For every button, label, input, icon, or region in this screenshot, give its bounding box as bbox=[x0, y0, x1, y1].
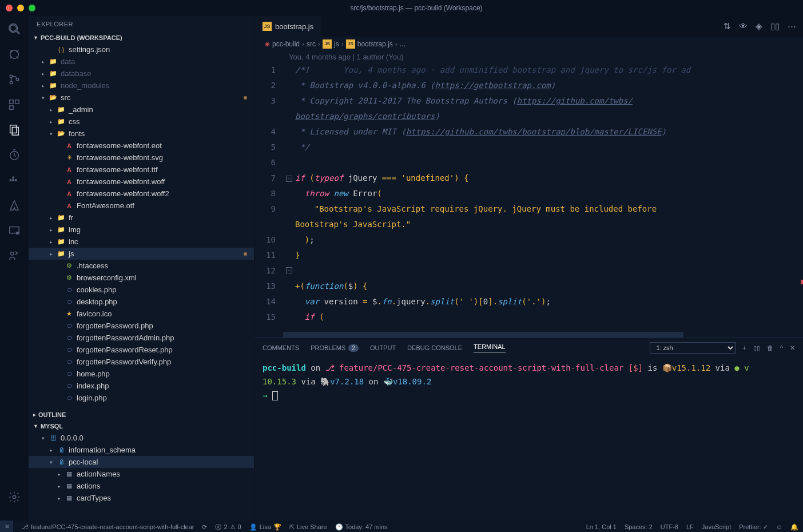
tree-item-database[interactable]: ▸📁database bbox=[29, 68, 254, 80]
status-bar: ⪤ ⎇ feature/PCC-475-create-reset-account… bbox=[0, 521, 803, 532]
tree-item[interactable]: ✳fontawesome-webfont.svg bbox=[29, 152, 254, 164]
close-panel-icon[interactable]: ✕ bbox=[790, 344, 795, 352]
tree-item[interactable]: Afontawesome-webfont.eot bbox=[29, 140, 254, 152]
tab-output[interactable]: OUTPUT bbox=[370, 344, 396, 351]
git-branch-status[interactable]: ⎇ feature/PCC-475-create-reset-account-s… bbox=[21, 523, 194, 531]
tree-item-inc[interactable]: ▸📁inc bbox=[29, 236, 254, 248]
timer-icon[interactable] bbox=[7, 148, 22, 162]
remote-button[interactable]: ⪤ bbox=[0, 521, 13, 532]
tree-item[interactable]: Afontawesome-webfont.ttf bbox=[29, 164, 254, 176]
window-title: src/js/bootstrap.js — pcc-build (Workspa… bbox=[35, 4, 797, 12]
bell-icon[interactable]: 🔔 bbox=[790, 523, 798, 531]
fold-icon[interactable]: − bbox=[286, 176, 292, 182]
tree-item-css[interactable]: ▸📁css bbox=[29, 116, 254, 128]
tree-item[interactable]: ⬭forgottenPasswordReset.php bbox=[29, 344, 254, 356]
split-icon[interactable]: ▯▯ bbox=[770, 21, 780, 31]
tree-item[interactable]: ⬭login.php bbox=[29, 392, 254, 404]
errors-status[interactable]: ⓧ 2 ⚠ 0 bbox=[215, 523, 241, 531]
tree-item-node-modules[interactable]: ▸📁node_modules bbox=[29, 80, 254, 92]
code-content[interactable]: /*! You, 4 months ago · add unminified b… bbox=[295, 62, 796, 332]
tree-item[interactable]: ▸🛢information_schema bbox=[29, 444, 254, 456]
activity-bar bbox=[0, 16, 29, 521]
eol-status[interactable]: LF bbox=[686, 523, 694, 530]
horizontal-scrollbar[interactable] bbox=[255, 332, 803, 338]
minimize-window-button[interactable] bbox=[17, 5, 24, 11]
explorer-icon[interactable] bbox=[7, 122, 22, 137]
tree-item[interactable]: ⬭home.php bbox=[29, 368, 254, 380]
maximize-panel-icon[interactable]: ^ bbox=[780, 344, 783, 351]
tab-debug-console[interactable]: DEBUG CONSOLE bbox=[407, 344, 462, 351]
encoding-status[interactable]: UTF-8 bbox=[661, 523, 678, 530]
tree-item[interactable]: ▸▦cardTypes bbox=[29, 492, 254, 504]
tree-item-db-host[interactable]: ▾🗄0.0.0.0 bbox=[29, 432, 254, 444]
tree-item[interactable]: AFontAwesome.otf bbox=[29, 200, 254, 212]
breadcrumbs[interactable]: ◉ pcc-build› src› JS js› JS bootstrap.js… bbox=[255, 37, 803, 51]
tab-bootstrap-js[interactable]: JS bootstrap.js bbox=[255, 16, 322, 37]
tree-item-src[interactable]: ▾📂src bbox=[29, 92, 254, 104]
azure-icon[interactable] bbox=[7, 198, 22, 213]
debug-icon[interactable] bbox=[7, 47, 22, 62]
liveshare-icon[interactable] bbox=[7, 248, 22, 263]
tree-item[interactable]: Afontawesome-webfont.woff2 bbox=[29, 188, 254, 200]
wakatime-status[interactable]: 🕐 Today: 47 mins bbox=[335, 523, 388, 531]
tree-item[interactable]: ⬭forgottenPasswordVerify.php bbox=[29, 356, 254, 368]
tree-item-img[interactable]: ▸📁img bbox=[29, 224, 254, 236]
docker-icon[interactable] bbox=[7, 173, 22, 188]
language-status[interactable]: JavaScript bbox=[702, 523, 731, 530]
trash-icon[interactable]: 🗑 bbox=[767, 344, 773, 351]
sync-icon[interactable]: ⟳ bbox=[202, 523, 207, 531]
tree-item-settings[interactable]: {·}settings.json bbox=[29, 43, 254, 55]
diff-icon[interactable]: ◈ bbox=[756, 21, 762, 31]
git-blame-lens[interactable]: You, 4 months ago | 1 author (You) bbox=[255, 51, 803, 62]
git-icon[interactable] bbox=[7, 72, 22, 87]
svg-point-17 bbox=[13, 495, 16, 499]
search-icon[interactable] bbox=[7, 22, 22, 37]
new-terminal-icon[interactable]: + bbox=[742, 344, 746, 351]
tree-item-admin[interactable]: ▸📁_admin bbox=[29, 104, 254, 116]
tree-item[interactable]: ⚙browserconfig.xml bbox=[29, 272, 254, 284]
tree-item[interactable]: ▸▦actions bbox=[29, 480, 254, 492]
tab-problems[interactable]: PROBLEMS2 bbox=[311, 344, 359, 352]
prettier-status[interactable]: Prettier: ✓ bbox=[739, 523, 768, 531]
modified-dot-icon bbox=[244, 96, 247, 100]
mysql-header[interactable]: ▼MYSQL bbox=[29, 420, 254, 432]
minimap[interactable] bbox=[796, 62, 803, 332]
more-icon[interactable]: ⋯ bbox=[788, 21, 796, 31]
tree-item[interactable]: ⬭cookies.php bbox=[29, 284, 254, 296]
code-editor[interactable]: 123456789101112131415 − − /*! You, 4 mon… bbox=[255, 62, 803, 332]
gitlens-user[interactable]: 👤 Lisa 🏆 bbox=[249, 523, 281, 531]
tree-item-js[interactable]: ▸📁js bbox=[29, 248, 254, 260]
terminal[interactable]: pcc-build on ⎇ feature/PCC-475-create-re… bbox=[255, 358, 803, 521]
split-terminal-icon[interactable]: ▯▯ bbox=[753, 344, 760, 352]
compare-icon[interactable]: ⇅ bbox=[724, 21, 731, 31]
svg-rect-6 bbox=[10, 106, 13, 109]
fold-icon[interactable]: − bbox=[286, 267, 292, 273]
tree-item[interactable]: ⬭forgottenPassword.php bbox=[29, 320, 254, 332]
tree-item[interactable]: ⚙.htaccess bbox=[29, 260, 254, 272]
tree-item[interactable]: ⬭forgottenPasswordAdmin.php bbox=[29, 332, 254, 344]
extensions-icon[interactable] bbox=[7, 97, 22, 112]
tab-terminal[interactable]: TERMINAL bbox=[474, 343, 506, 352]
tree-item-fonts[interactable]: ▾📂fonts bbox=[29, 128, 254, 140]
tree-item[interactable]: ⬭desktop.php bbox=[29, 296, 254, 308]
outline-header[interactable]: ▸OUTLINE bbox=[29, 409, 254, 420]
tree-item[interactable]: ⬭index.php bbox=[29, 380, 254, 392]
close-window-button[interactable] bbox=[6, 5, 13, 11]
tab-comments[interactable]: COMMENTS bbox=[263, 344, 299, 351]
tree-item[interactable]: Afontawesome-webfont.woff bbox=[29, 176, 254, 188]
feedback-icon[interactable]: ☺ bbox=[776, 523, 782, 530]
liveshare-status[interactable]: ⇱ Live Share bbox=[289, 523, 327, 531]
cursor-position[interactable]: Ln 1, Col 1 bbox=[586, 523, 617, 530]
tree-item[interactable]: ★favicon.ico bbox=[29, 308, 254, 320]
preview-icon[interactable]: 👁 bbox=[739, 21, 748, 31]
terminal-select[interactable]: 1: zsh bbox=[650, 342, 736, 354]
settings-gear-icon[interactable] bbox=[7, 490, 22, 505]
maximize-window-button[interactable] bbox=[29, 5, 35, 11]
tree-item-fr[interactable]: ▸📁fr bbox=[29, 212, 254, 224]
tree-item[interactable]: ▸▦actionNames bbox=[29, 468, 254, 480]
tree-item-pcc-local[interactable]: ▾🛢pcc-local bbox=[29, 456, 254, 468]
indentation-status[interactable]: Spaces: 2 bbox=[625, 523, 653, 530]
workspace-header[interactable]: ▼PCC-BUILD (WORKSPACE) bbox=[29, 32, 254, 43]
remote-icon[interactable] bbox=[7, 223, 22, 238]
tree-item-data[interactable]: ▸📁data bbox=[29, 55, 254, 68]
